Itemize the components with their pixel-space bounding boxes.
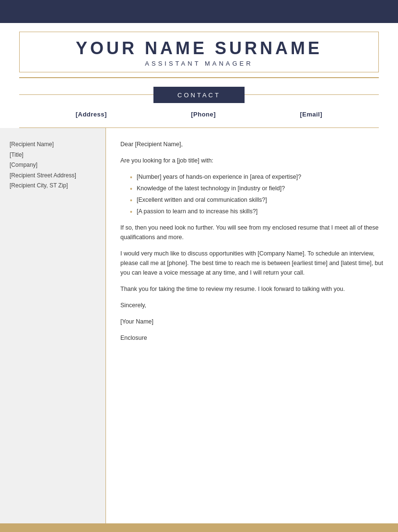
letter-your-name: [Your Name] (120, 317, 384, 326)
letter-salutation: Dear [Recipient Name], (120, 139, 384, 149)
bullet-2: Knowledge of the latest technology in [i… (130, 184, 384, 193)
applicant-name: YOUR NAME SURNAME (29, 39, 369, 58)
contact-badge: CONTACT (153, 87, 245, 103)
header-section: YOUR NAME SURNAME ASSISTANT MANAGER (0, 23, 398, 77)
letter-enclosure: Enclosure (120, 333, 384, 343)
applicant-job-title: ASSISTANT MANAGER (29, 60, 369, 67)
contact-label: CONTACT (177, 92, 221, 99)
contact-wrapper: CONTACT [Address] [Phone] [Email] (0, 78, 398, 123)
left-sidebar: [Recipient Name] [Title] [Company] [Reci… (0, 128, 105, 523)
bullet-4: [A passion to learn and to increase his … (130, 207, 384, 216)
letter-opening: Are you looking for a [job title] with: (120, 156, 384, 165)
letter-para-2: I would very much like to discuss opport… (120, 249, 384, 278)
bullet-3: [Excellent written and oral communicatio… (130, 195, 384, 205)
contact-email: [Email] (300, 111, 322, 118)
recipient-company: [Company] (10, 160, 96, 171)
letter-para-3: Thank you for taking the time to review … (120, 284, 384, 294)
recipient-city: [Recipient City, ST Zip] (10, 181, 96, 191)
recipient-street: [Recipient Street Address] (10, 171, 96, 181)
bullet-1: [Number] years of hands-on experience in… (130, 172, 384, 182)
contact-line-right (245, 94, 379, 95)
contact-address: [Address] (76, 111, 107, 118)
contact-line-row: CONTACT (19, 87, 379, 103)
letter-closing: Sincerely, (120, 301, 384, 310)
top-bar (0, 0, 398, 23)
bottom-bar (0, 523, 398, 532)
letter-body: Dear [Recipient Name], Are you looking f… (105, 128, 398, 523)
contact-info-row: [Address] [Phone] [Email] (19, 111, 379, 118)
letter-bullet-list: [Number] years of hands-on experience in… (125, 172, 384, 216)
header-border-box: YOUR NAME SURNAME ASSISTANT MANAGER (19, 32, 379, 72)
recipient-title: [Title] (10, 150, 96, 161)
letter-para-1: If so, then you need look no further. Yo… (120, 223, 384, 242)
recipient-name: [Recipient Name] (10, 139, 96, 150)
resume-page: YOUR NAME SURNAME ASSISTANT MANAGER CONT… (0, 0, 398, 532)
recipient-info: [Recipient Name] [Title] [Company] [Reci… (10, 139, 96, 191)
main-content: [Recipient Name] [Title] [Company] [Reci… (0, 128, 398, 523)
contact-line-left (19, 94, 153, 95)
contact-phone: [Phone] (191, 111, 216, 118)
